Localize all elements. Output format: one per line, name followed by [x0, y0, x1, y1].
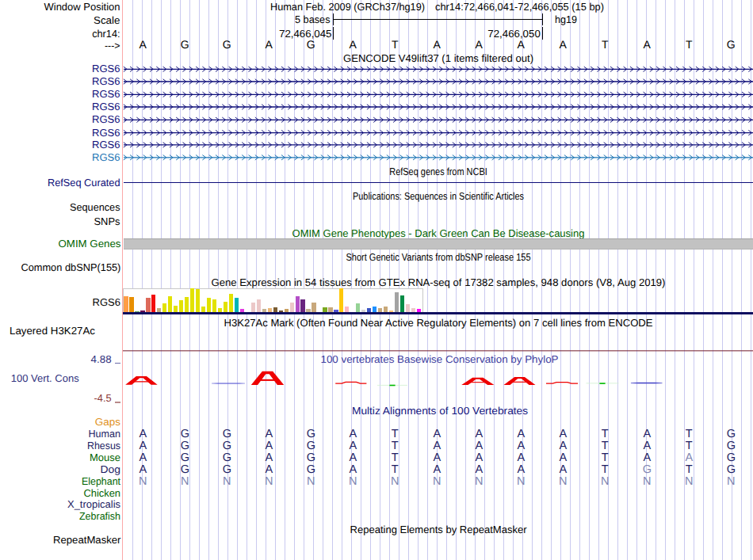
svg-text:A: A	[139, 463, 147, 476]
svg-text:T: T	[392, 38, 399, 51]
svg-text:N: N	[601, 475, 609, 488]
svg-text:RGS6: RGS6	[92, 75, 120, 87]
svg-text:A: A	[349, 440, 357, 452]
svg-text:N: N	[559, 475, 567, 488]
svg-text:G: G	[223, 440, 231, 452]
svg-text:G: G	[181, 38, 189, 51]
svg-text:T: T	[392, 463, 399, 476]
svg-text:72,466,045: 72,466,045	[279, 28, 332, 40]
svg-text:N: N	[433, 475, 441, 488]
svg-text:N: N	[349, 475, 357, 488]
svg-text:hg19: hg19	[555, 13, 577, 25]
svg-text:A: A	[434, 38, 441, 51]
svg-text:G: G	[307, 463, 315, 476]
svg-text:Zebrafish: Zebrafish	[79, 510, 120, 522]
svg-text:N: N	[181, 475, 189, 488]
svg-text:A: A	[644, 38, 652, 51]
svg-text:A: A	[140, 38, 147, 51]
svg-text:RepeatMasker: RepeatMasker	[53, 534, 121, 546]
svg-text:RGS6: RGS6	[92, 113, 120, 125]
svg-text:Multiz Alignments of 100 Verte: Multiz Alignments of 100 Vertebrates	[352, 405, 529, 417]
svg-text:A: A	[559, 440, 567, 452]
svg-text:A: A	[265, 440, 273, 452]
svg-text:T: T	[686, 463, 693, 476]
svg-text:T: T	[392, 440, 399, 452]
svg-text:N: N	[265, 475, 273, 488]
svg-text:T: T	[392, 451, 399, 464]
svg-text:RGS6: RGS6	[92, 88, 120, 100]
svg-text:Layered H3K27Ac: Layered H3K27Ac	[10, 325, 96, 337]
svg-text:A: A	[349, 451, 357, 464]
svg-text:RefSeq Curated: RefSeq Curated	[48, 177, 120, 189]
svg-text:T: T	[686, 440, 693, 452]
svg-text:--->: --->	[105, 40, 120, 51]
svg-text:Rhesus: Rhesus	[87, 440, 120, 451]
svg-text:N: N	[643, 475, 651, 488]
svg-text:Elephant: Elephant	[82, 475, 120, 487]
svg-text:Repeating Elements by RepeatMa: Repeating Elements by RepeatMasker	[350, 524, 528, 535]
svg-text:Dog: Dog	[101, 463, 121, 475]
svg-text:X_tropicalis: X_tropicalis	[67, 498, 120, 510]
svg-text:A: A	[433, 428, 441, 440]
svg-text:A: A	[433, 463, 441, 476]
svg-text:RGS6: RGS6	[92, 63, 120, 74]
svg-text:A: A	[139, 451, 147, 464]
svg-text:100 Vert. Cons: 100 Vert. Cons	[11, 372, 79, 384]
svg-text:N: N	[307, 475, 315, 488]
svg-text:A: A	[266, 38, 273, 51]
svg-text:Human: Human	[89, 428, 121, 440]
svg-text:G: G	[223, 463, 231, 476]
svg-text:G: G	[727, 440, 736, 452]
svg-text:T: T	[392, 428, 399, 440]
svg-text:A: A	[475, 463, 483, 476]
svg-text:G: G	[307, 428, 315, 440]
svg-text:G: G	[727, 38, 736, 51]
svg-text:G: G	[643, 463, 652, 476]
svg-text:A: A	[349, 428, 357, 440]
svg-text:T: T	[602, 38, 609, 51]
svg-text:A: A	[517, 451, 525, 464]
svg-text:A: A	[349, 463, 357, 476]
svg-text:Publications: Sequences in Sci: Publications: Sequences in Scientific Ar…	[353, 190, 524, 202]
svg-text:N: N	[475, 475, 483, 488]
svg-text:RefSeq genes from NCBI: RefSeq genes from NCBI	[389, 166, 487, 177]
svg-text:Common dbSNP(155): Common dbSNP(155)	[21, 261, 120, 273]
svg-text:N: N	[517, 475, 525, 488]
svg-text:G: G	[307, 440, 315, 452]
svg-text:A: A	[559, 451, 567, 464]
svg-text:Sequences: Sequences	[70, 201, 120, 213]
svg-text:A: A	[265, 463, 273, 476]
svg-text:T: T	[686, 38, 693, 51]
svg-text:RGS6: RGS6	[93, 296, 121, 308]
svg-text:G: G	[181, 463, 189, 476]
svg-text:T: T	[602, 428, 609, 440]
svg-text:A: A	[475, 428, 483, 440]
svg-text:Chicken: Chicken	[84, 487, 121, 499]
svg-text:T: T	[686, 428, 693, 440]
svg-text:A: A	[350, 38, 357, 51]
svg-text:N: N	[727, 475, 735, 488]
svg-text:Gene Expression in 54 tissues: Gene Expression in 54 tissues from GTEx …	[212, 276, 666, 288]
svg-text:72,466,050: 72,466,050	[487, 28, 541, 40]
svg-text:G: G	[223, 428, 231, 440]
svg-text:A: A	[265, 451, 273, 464]
svg-text:Scale: Scale	[94, 14, 120, 26]
svg-text:chr14:: chr14:	[92, 28, 120, 40]
svg-text:A: A	[476, 38, 484, 51]
svg-text:Window Position: Window Position	[44, 1, 120, 13]
svg-text:N: N	[223, 475, 231, 488]
svg-text:-4.5: -4.5	[94, 392, 112, 404]
svg-text:4.88: 4.88	[91, 353, 112, 365]
svg-text:RGS6: RGS6	[92, 139, 120, 150]
svg-text:H3K27Ac Mark (Often Found Near: H3K27Ac Mark (Often Found Near Active Re…	[224, 317, 653, 329]
svg-text:N: N	[139, 475, 147, 488]
svg-text:SNPs: SNPs	[94, 215, 120, 227]
svg-text:Human Feb. 2009 (GRCh37/hg19): Human Feb. 2009 (GRCh37/hg19)	[270, 1, 425, 13]
svg-text:A: A	[139, 428, 147, 440]
svg-text:RGS6: RGS6	[92, 127, 120, 139]
svg-text:A: A	[433, 440, 441, 452]
svg-text:N: N	[391, 475, 399, 488]
svg-text:A: A	[517, 440, 525, 452]
svg-text:G: G	[307, 451, 315, 464]
svg-text:A: A	[517, 463, 525, 476]
